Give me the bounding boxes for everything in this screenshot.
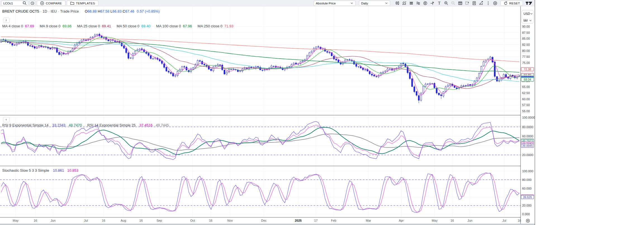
- ma-label: MA 250 close 0: [198, 24, 222, 28]
- price-mode-select[interactable]: Absolute Price: [314, 1, 356, 6]
- zoom-out-icon[interactable]: [450, 1, 457, 6]
- data-table-icon[interactable]: [457, 1, 464, 6]
- ohlc-high-value: 67.58: [100, 9, 110, 13]
- time-axis-settings-button[interactable]: [521, 217, 535, 224]
- time-label: 16: [102, 219, 105, 222]
- plus-circle-icon: [40, 1, 44, 5]
- stochastic-k-value: 10.861: [53, 168, 64, 173]
- waves-icon[interactable]: [415, 1, 422, 6]
- price-tick: 77.50: [522, 55, 530, 58]
- change-value: 0.57 (+0.85%): [137, 9, 160, 13]
- currency-select[interactable]: USD: [522, 10, 534, 17]
- chevron-down-icon: [350, 2, 353, 5]
- time-label: 16: [451, 219, 454, 222]
- time-label: 2025: [295, 219, 302, 222]
- layers-icon[interactable]: [408, 1, 415, 6]
- time-label: 17: [314, 219, 318, 222]
- rsi-2-title[interactable]: RSI 14 Exponential Simple 25: [87, 123, 136, 127]
- clock-icon: [30, 1, 35, 5]
- ma-legend-item[interactable]: MA 9 close 069.86: [40, 24, 72, 28]
- ma-25-line: [1, 41, 519, 89]
- interval-select[interactable]: Daily: [359, 1, 390, 6]
- ma-legend-item[interactable]: MA 25 close 069.41: [77, 24, 111, 28]
- rsi-legend-collapse-button[interactable]: ‹: [3, 117, 10, 122]
- stoch-pane-plot[interactable]: [0, 166, 520, 217]
- export-chart-icon[interactable]: [478, 1, 485, 6]
- price-tick: 85.00: [522, 37, 530, 40]
- legend-interval[interactable]: 1D: [42, 9, 47, 13]
- ohlc-open-value: 66.88: [87, 9, 97, 13]
- ma-legend-item[interactable]: MA 250 close 071.93: [198, 24, 233, 28]
- rsi9-smoothing-line: [1, 127, 519, 155]
- symbol-title[interactable]: BRENT CRUDE OCT5: [2, 9, 39, 13]
- search-icon: [23, 1, 27, 5]
- stochastic-chart-svg: [0, 166, 520, 217]
- events-icon[interactable]: [422, 1, 429, 6]
- stochastic-k-line: [1, 173, 519, 212]
- pane-divider[interactable]: [0, 115, 535, 115]
- ohlc-open-label: O: [85, 9, 87, 13]
- price-tick: 57.50: [522, 103, 530, 107]
- time-label: Sep: [157, 219, 162, 222]
- reset-button[interactable]: RESET: [501, 1, 523, 6]
- add-pane-icon[interactable]: [464, 1, 471, 6]
- zoom-in-icon[interactable]: [443, 1, 450, 6]
- trading-chart-app: COMPARE TEMPLATES Absolute Price Daily T…: [0, 0, 644, 225]
- more-options-icon[interactable]: [485, 1, 492, 6]
- ma-value: 69.86: [62, 24, 72, 28]
- templates-button[interactable]: TEMPLATES: [67, 1, 98, 6]
- ma-legend-item[interactable]: MA 100 close 067.96: [156, 24, 192, 28]
- ma-50-line: [1, 41, 519, 82]
- price-tick: 60.00: [522, 97, 530, 101]
- time-label: 16: [34, 219, 37, 222]
- indicators-icon[interactable]: [401, 1, 408, 6]
- ma-legend: MA 4 close 067.69MA 9 close 069.86MA 25 …: [2, 24, 233, 28]
- stochastic-title[interactable]: Stochastic Slow 5 3 3 Simple: [2, 168, 49, 173]
- stochastic-d-value: 10.853: [67, 168, 79, 173]
- ma-value: 67.96: [183, 24, 192, 28]
- tradingview-logo-icon[interactable]: [525, 1, 533, 5]
- symbol-search-box[interactable]: [1, 1, 28, 6]
- ma-label: MA 9 close 0: [40, 24, 60, 28]
- horizontal-scrollbar[interactable]: [0, 224, 535, 225]
- ma-legend-item[interactable]: MA 50 close 069.40: [117, 24, 150, 28]
- price-tick: 82.50: [522, 43, 530, 46]
- toolbar-left-group: COMPARE TEMPLATES: [1, 1, 98, 6]
- measure-icon[interactable]: [429, 1, 436, 6]
- rsi-1-title[interactable]: RSI 9 Exponential Simple 14: [2, 123, 48, 127]
- ohlc-close-value: 67.46: [125, 9, 134, 13]
- chevron-down-icon: [529, 19, 532, 22]
- price-tick: 62.50: [522, 91, 530, 95]
- price-tick: 80.00: [522, 49, 530, 52]
- main-legend-collapse-button[interactable]: ‹: [3, 18, 10, 23]
- compare-button[interactable]: COMPARE: [37, 1, 65, 6]
- price-tag: 68.04: [521, 78, 534, 82]
- candles-icon[interactable]: [394, 1, 401, 6]
- main-pane-plot[interactable]: [0, 6, 520, 115]
- ohlc-close-label: C: [123, 9, 125, 13]
- text-tool-icon[interactable]: T: [436, 1, 443, 6]
- price-tick: 60.000: [522, 187, 532, 190]
- news-icon[interactable]: [471, 1, 478, 6]
- price-tag: 39.4945: [521, 144, 534, 148]
- rsi-1-value: 33.2343: [52, 123, 65, 127]
- symbol-input[interactable]: [3, 2, 21, 5]
- settings-icon[interactable]: [492, 1, 499, 6]
- price-axis[interactable]: USD bbl 90.0087.5085.0082.5080.0077.5075…: [521, 6, 535, 224]
- interval-history-button[interactable]: [30, 1, 35, 6]
- time-label: Aug: [120, 219, 126, 222]
- svg-text:T: T: [438, 1, 441, 5]
- time-axis[interactable]: May16JunJul16Aug16SepOct16NovDec202517Fe…: [0, 217, 520, 224]
- ma-label: MA 100 close 0: [156, 24, 181, 28]
- ma-label: MA 4 close 0: [2, 24, 23, 28]
- chevron-down-icon: [385, 2, 388, 5]
- ma-legend-item[interactable]: MA 4 close 067.69: [2, 24, 34, 28]
- unit-select[interactable]: bbl: [522, 17, 534, 24]
- folder-icon: [70, 1, 74, 5]
- pane-divider[interactable]: [0, 166, 535, 166]
- stochastic-legend: Stochastic Slow 5 3 3 Simple 10.861 10.8…: [2, 168, 78, 173]
- price-mode-value: Absolute Price: [316, 2, 336, 5]
- rsi-2-value: 37.4516: [139, 123, 153, 127]
- ma-label: MA 25 close 0: [77, 24, 100, 28]
- price-tick: 60.0000: [522, 135, 533, 138]
